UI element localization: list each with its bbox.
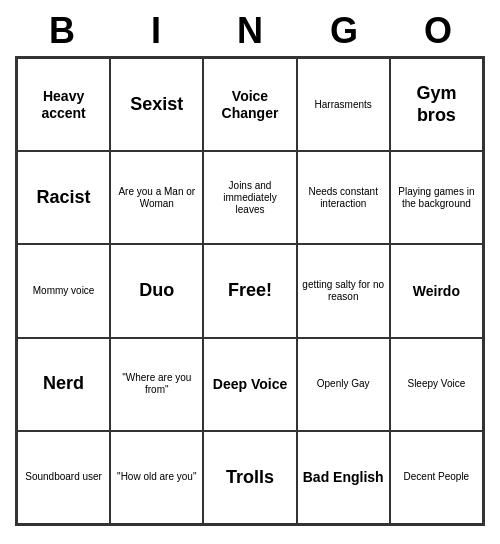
bingo-cell: Are you a Man or Woman <box>110 151 203 244</box>
bingo-cell: Weirdo <box>390 244 483 337</box>
bingo-cell: Needs constant interaction <box>297 151 390 244</box>
bingo-cell: Soundboard user <box>17 431 110 524</box>
bingo-cell: Mommy voice <box>17 244 110 337</box>
bingo-cell: Gym bros <box>390 58 483 151</box>
bingo-cell: Trolls <box>203 431 296 524</box>
bingo-grid: Heavy accentSexistVoice ChangerHarrasmen… <box>15 56 485 526</box>
bingo-cell: Nerd <box>17 338 110 431</box>
letter-o: O <box>394 10 482 52</box>
bingo-cell: Bad English <box>297 431 390 524</box>
bingo-cell: "Where are you from" <box>110 338 203 431</box>
bingo-cell: Joins and immediately leaves <box>203 151 296 244</box>
bingo-cell: getting salty for no reason <box>297 244 390 337</box>
bingo-cell: Free! <box>203 244 296 337</box>
bingo-cell: Voice Changer <box>203 58 296 151</box>
bingo-cell: Racist <box>17 151 110 244</box>
bingo-cell: Playing games in the background <box>390 151 483 244</box>
bingo-cell: Decent People <box>390 431 483 524</box>
letter-i: I <box>112 10 200 52</box>
letter-n: N <box>206 10 294 52</box>
bingo-cell: "How old are you" <box>110 431 203 524</box>
bingo-cell: Sleepy Voice <box>390 338 483 431</box>
bingo-cell: Sexist <box>110 58 203 151</box>
bingo-cell: Duo <box>110 244 203 337</box>
bingo-cell: Openly Gay <box>297 338 390 431</box>
bingo-cell: Heavy accent <box>17 58 110 151</box>
bingo-title: B I N G O <box>15 10 485 52</box>
bingo-cell: Harrasments <box>297 58 390 151</box>
letter-g: G <box>300 10 388 52</box>
letter-b: B <box>18 10 106 52</box>
bingo-cell: Deep Voice <box>203 338 296 431</box>
